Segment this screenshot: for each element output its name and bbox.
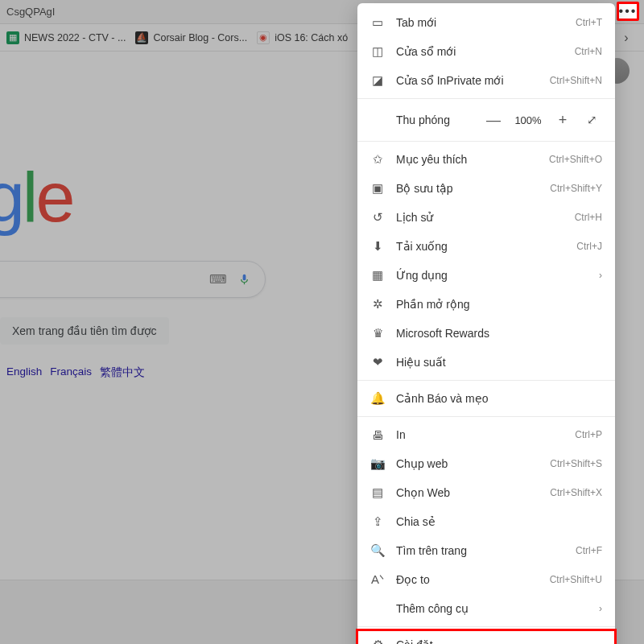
menu-label: In [396,428,406,441]
keyboard-icon[interactable]: ⌨ [209,272,227,287]
bookmark-label: Corsair Blog - Cors... [153,32,247,43]
menu-label: Tải xuống [396,240,448,253]
performance-icon: ❤ [370,355,385,369]
search-icon: 🔍 [370,543,385,558]
bookmark-item[interactable]: ⛵ Corsair Blog - Cors... [135,31,247,44]
menu-label: Tìm trên trang [396,544,467,557]
ellipsis-icon: ••• [619,7,638,15]
menu-share[interactable]: ⇪Chia sẻ [357,507,615,536]
menu-label: Cảnh Báo và mẹo [396,392,489,405]
shortcut: Ctrl+Shift+X [550,487,602,498]
menu-print[interactable]: 🖶InCtrl+P [357,420,615,449]
menu-collections[interactable]: ▣Bộ sưu tậpCtrl+Shift+Y [357,174,615,203]
shortcut: Ctrl+Shift+O [549,154,602,165]
menu-rewards[interactable]: ♛Microsoft Rewards [357,319,615,348]
download-icon: ⬇ [370,239,385,254]
menu-web-select[interactable]: ▤Chọn WebCtrl+Shift+X [357,478,615,507]
star-icon: ✩ [370,152,385,167]
zoom-in-button[interactable]: + [552,109,573,130]
fullscreen-button[interactable]: ⤢ [581,109,602,130]
menu-find[interactable]: 🔍Tìm trên trangCtrl+F [357,536,615,565]
shortcut: Ctrl+Shift+N [550,75,602,86]
menu-favorites[interactable]: ✩Mục yêu thíchCtrl+Shift+O [357,145,615,174]
menu-separator [357,626,615,627]
menu-label: Phần mở rộng [396,298,470,311]
rewards-icon: ♛ [370,326,385,341]
print-icon: 🖶 [370,428,385,442]
shortcut: Ctrl+J [576,241,602,252]
search-buttons: Xem trang đầu tiên tìm được [0,317,169,345]
menu-settings[interactable]: ⚙Cài đặt [357,630,615,644]
chevron-right-icon: › [624,31,628,45]
menu-label: Thêm công cụ [396,602,469,615]
share-icon: ⇪ [370,514,385,529]
language-links: English Français 繁體中文 [6,365,145,380]
menu-label: Lịch sử [396,211,433,224]
zoom-out-button[interactable]: — [483,109,504,130]
sheets-icon: ▦ [6,31,19,44]
menu-downloads[interactable]: ⬇Tải xuốngCtrl+J [357,232,615,261]
bookmark-label: iOS 16: Cách xó [275,32,348,43]
menu-alerts[interactable]: 🔔Cảnh Báo và mẹo [357,384,615,413]
shortcut: Ctrl+Shift+Y [550,183,602,194]
camera-icon: 📷 [370,456,385,471]
bookmark-item[interactable]: ◉ iOS 16: Cách xó [257,31,348,44]
history-icon: ↺ [370,210,385,225]
language-link[interactable]: Français [50,365,92,380]
shortcut: Ctrl+Shift+S [550,458,602,469]
zoom-label: Thu phóng [396,114,475,126]
menu-apps[interactable]: ▦Ứng dụng› [357,261,615,290]
menu-web-capture[interactable]: 📷Chụp webCtrl+Shift+S [357,449,615,478]
menu-more-tools[interactable]: Thêm công cụ› [357,594,615,623]
inprivate-icon: ◪ [370,73,385,88]
menu-new-tab[interactable]: ▭Tab mớiCtrl+T [357,8,615,37]
bookmark-item[interactable]: ▦ NEWS 2022 - CTV - ... [6,31,126,44]
menu-label: Microsoft Rewards [396,327,489,340]
menu-read-aloud[interactable]: AᐠĐọc toCtrl+Shift+U [357,565,615,594]
shortcut: Ctrl+Shift+U [550,574,602,585]
select-icon: ▤ [370,485,385,500]
menu-separator [357,141,615,142]
menu-label: Chọn Web [396,486,450,499]
menu-zoom: Thu phóng — 100% + ⤢ [357,102,615,138]
google-logo: oogle [0,156,72,238]
window-icon: ◫ [370,44,385,59]
menu-history[interactable]: ↺Lịch sửCtrl+H [357,203,615,232]
gear-icon: ⚙ [370,638,385,644]
menu-separator [357,98,615,99]
menu-label: Cửa sổ InPrivate mới [396,74,504,87]
language-link[interactable]: 繁體中文 [100,365,145,380]
shortcut: Ctrl+H [575,212,602,223]
menu-label: Chụp web [396,457,448,470]
language-link[interactable]: English [6,365,42,380]
menu-label: Mục yêu thích [396,153,467,166]
menu-new-window[interactable]: ◫Cửa sổ mớiCtrl+N [357,37,615,66]
chevron-right-icon: › [599,270,602,281]
url-fragment: CsgQPAgI [6,6,55,18]
bell-icon: 🔔 [370,391,385,406]
menu-label: Đọc to [396,573,430,586]
bookmarks-overflow-button[interactable]: › [615,27,638,49]
search-input[interactable]: ⌨ [0,261,266,298]
microphone-icon[interactable] [238,271,250,287]
read-aloud-icon: Aᐠ [370,572,385,587]
more-menu-button[interactable]: ••• [617,2,639,21]
bookmark-label: NEWS 2022 - CTV - ... [24,32,126,43]
zoom-value: 100% [512,114,544,126]
menu-new-inprivate[interactable]: ◪Cửa sổ InPrivate mớiCtrl+Shift+N [357,66,615,95]
apps-icon: ▦ [370,268,385,283]
corsair-icon: ⛵ [135,31,148,44]
shortcut: Ctrl+N [575,46,602,57]
menu-separator [357,380,615,381]
menu-label: Chia sẻ [396,515,436,528]
menu-performance[interactable]: ❤Hiệu suất [357,348,615,377]
menu-separator [357,416,615,417]
menu-label: Cửa sổ mới [396,45,456,58]
menu-extensions[interactable]: ✲Phần mở rộng [357,290,615,319]
feeling-lucky-button[interactable]: Xem trang đầu tiên tìm được [0,317,169,345]
extensions-icon: ✲ [370,297,385,312]
collections-icon: ▣ [370,181,385,196]
menu-label: Cài đặt [396,638,433,644]
shortcut: Ctrl+F [576,545,602,556]
chevron-right-icon: › [599,603,602,614]
